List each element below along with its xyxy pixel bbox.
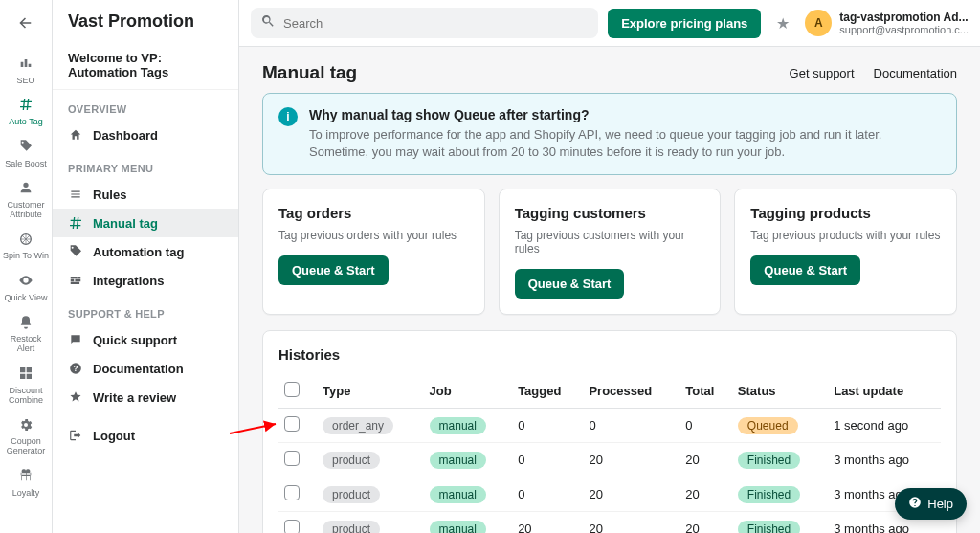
rail-item-coupon-generator[interactable]: Coupon Generator [0,411,52,462]
alert-title: Why manual tag show Queue after starting… [309,107,941,122]
rail-item-label: Sale Boost [3,160,49,169]
documentation-link[interactable]: Documentation [874,66,957,80]
type-pill: order_any [323,417,393,434]
help-fab[interactable]: Help [895,488,967,520]
user-email: support@vastpromotion.c... [839,24,969,35]
table-row: productmanual02020Finished3 months ago [278,443,941,477]
back-arrow-icon [17,14,34,35]
rail-item-sale-boost[interactable]: Sale Boost [0,133,52,174]
row-checkbox[interactable] [284,451,300,466]
cell-processed: 20 [583,512,679,533]
rail-item-label: SEO [14,77,36,86]
queue-start-button[interactable]: Queue & Start [750,255,860,285]
help-label: Help [927,497,953,511]
favorite-button[interactable]: ★ [770,14,795,33]
rail-item-customer-attribute[interactable]: Customer Attribute [0,174,52,225]
rail-item-auto-tag[interactable]: Auto Tag [0,91,52,132]
queue-start-button[interactable]: Queue & Start [515,269,625,299]
sidebar-item-quick-support[interactable]: Quick support [53,325,238,354]
sidebar-item-label: Dashboard [93,128,158,143]
get-support-link[interactable]: Get support [790,66,855,80]
svg-text:?: ? [74,365,78,373]
rail-item-quick-view[interactable]: Quick View [0,267,52,308]
main-column: Explore pricing plans ★ A tag-vastpromot… [239,0,980,533]
histories-table: Type Job Tagged Processed Total Status L… [278,374,941,533]
sidebar-item-logout[interactable]: Logout [53,421,238,450]
rail-item-loyalty[interactable]: Loyalty [0,462,52,503]
queue-start-button[interactable]: Queue & Start [278,255,389,285]
hash-icon [18,97,33,116]
row-checkbox[interactable] [284,520,300,533]
page-content: i Why manual tag show Queue after starti… [239,93,980,533]
col-total: Total [679,374,732,409]
sidebar-item-integrations[interactable]: Integrations [53,266,238,295]
sidebar-section-heading: OVERVIEW [53,90,238,121]
sidebar-item-label: Rules [93,188,126,202]
tag-icon [18,139,33,158]
sidebar-item-manual-tag[interactable]: Manual tag [53,209,238,237]
grid-icon [18,366,33,385]
wheel-icon [18,232,33,251]
eye-icon [18,273,33,292]
rail-item-seo[interactable]: SEO [0,50,52,91]
search-input[interactable] [283,16,589,31]
sidebar: Vast Promotion Welcome to VP: Automation… [53,0,239,533]
cell-tagged: 0 [512,409,583,443]
sidebar-item-rules[interactable]: Rules [53,180,238,209]
cell-total: 20 [679,512,732,533]
rail-item-label: Quick View [3,294,50,303]
rail-item-discount-combine[interactable]: Discount Combine [0,360,52,411]
topbar: Explore pricing plans ★ A tag-vastpromot… [239,0,980,47]
job-pill: manual [430,417,486,434]
info-alert: i Why manual tag show Queue after starti… [262,93,957,175]
type-pill: product [323,486,380,503]
question-icon: ? [68,361,83,376]
col-status: Status [732,374,828,409]
card-desc: Tag previous customers with your rules [515,229,705,255]
page-title: Manual tag [262,62,357,83]
explore-pricing-button[interactable]: Explore pricing plans [608,9,761,38]
cell-last-update: 3 months ago [828,443,941,477]
col-processed: Processed [583,374,679,409]
search-field[interactable] [251,8,598,38]
status-pill: Finished [738,452,800,469]
sidebar-item-write-a-review[interactable]: Write a review [53,383,238,411]
row-checkbox[interactable] [284,485,300,500]
col-job: Job [424,374,513,409]
star-icon: ★ [776,15,790,32]
cell-total: 20 [679,477,732,512]
table-row: productmanual202020Finished3 months ago [278,512,941,533]
sidebar-item-label: Manual tag [93,216,158,231]
histories-panel: Histories Type Job Tagged Processed Tota… [262,330,957,533]
sidebar-item-label: Documentation [93,362,184,376]
table-row: productmanual02020Finished3 months ago [278,477,941,512]
hash-icon [68,215,83,231]
sidebar-item-label: Automation tag [93,245,184,259]
select-all-checkbox[interactable] [284,382,300,397]
help-icon [908,496,922,512]
app-rail: SEOAuto TagSale BoostCustomer AttributeS… [0,0,53,533]
cell-tagged: 20 [512,512,583,533]
cell-processed: 20 [583,477,679,512]
rail-item-label: Discount Combine [0,387,52,406]
card-desc: Tag previous products with your rules [750,229,941,242]
list-icon [68,187,83,202]
cell-processed: 0 [583,409,679,443]
rail-item-restock-alert[interactable]: Restock Alert [0,309,52,360]
sidebar-item-label: Logout [93,429,135,443]
user-menu[interactable]: A tag-vastpromotion Ad... support@vastpr… [805,10,969,36]
card-desc: Tag previous orders with your rules [278,229,469,242]
histories-heading: Histories [278,346,941,363]
sidebar-item-automation-tag[interactable]: Automation tag [53,237,238,266]
rail-item-spin-to-win[interactable]: Spin To Win [0,226,52,267]
cell-tagged: 0 [512,477,583,512]
sidebar-item-documentation[interactable]: ?Documentation [53,354,238,383]
card-title: Tagging products [750,205,941,221]
alert-body: To improve performance for the app and S… [309,126,941,161]
back-button[interactable] [12,11,39,38]
search-icon [260,13,276,33]
cell-total: 0 [679,409,732,443]
sidebar-item-dashboard[interactable]: Dashboard [53,121,238,149]
row-checkbox[interactable] [284,416,300,432]
sliders-icon [68,273,83,288]
